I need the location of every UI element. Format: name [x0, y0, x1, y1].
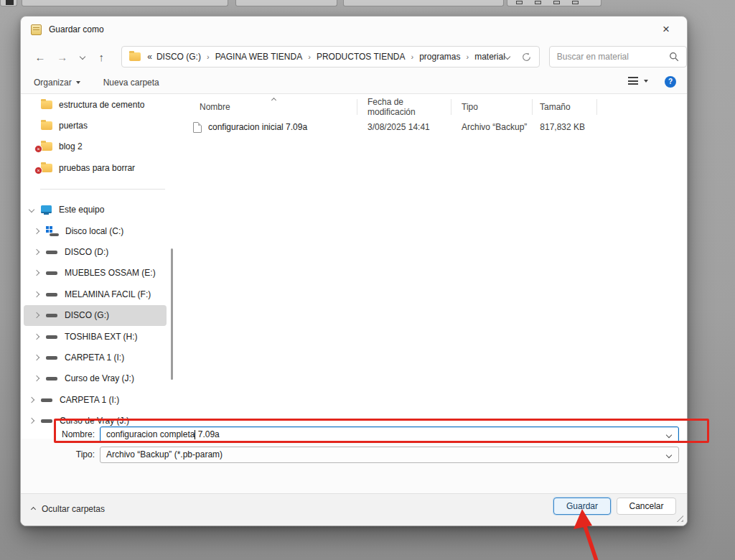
file-name-cell: configuracion inicial 7.09a: [177, 122, 357, 133]
organize-menu[interactable]: Organizar: [34, 78, 80, 88]
sort-ascending-icon[interactable]: [272, 94, 276, 104]
new-folder-button[interactable]: Nueva carpeta: [103, 78, 159, 88]
sidebar-scrollbar[interactable]: [171, 248, 173, 380]
forward-button[interactable]: →: [56, 51, 69, 63]
resize-grip[interactable]: [676, 515, 683, 522]
dropdown-triangle-icon: [76, 81, 80, 84]
sidebar-item[interactable]: CARPETA 1 (I:): [21, 347, 175, 368]
breadcrumb-item[interactable]: PAGINA WEB TIENDA: [215, 52, 303, 62]
sidebar-item[interactable]: MELAMINA FACIL (F:): [21, 284, 175, 304]
sidebar-folder-label: puertas: [59, 121, 88, 131]
chevron-right-icon[interactable]: [34, 228, 39, 233]
file-name-value: configuracion completa: [106, 429, 195, 439]
sidebar-item[interactable]: TOSHIBA EXT (H:): [21, 326, 175, 347]
dialog-title: Guardar como: [49, 24, 104, 34]
breadcrumb-item[interactable]: PRODUCTOS TIENDA: [317, 52, 406, 62]
column-header[interactable]: Tipo: [451, 99, 533, 115]
breadcrumb-item[interactable]: material: [474, 52, 505, 62]
column-header[interactable]: Nombre: [177, 99, 357, 115]
search-icon[interactable]: [669, 52, 679, 62]
chevron-down-icon[interactable]: [29, 207, 34, 213]
sidebar-item[interactable]: Curso de Vray (J:): [21, 368, 175, 389]
chevron-right-icon[interactable]: [34, 249, 39, 255]
help-icon[interactable]: ?: [665, 76, 676, 88]
back-button[interactable]: ←: [34, 51, 47, 63]
chevron-right-icon[interactable]: [34, 355, 39, 360]
folder-icon: [129, 52, 141, 61]
dialog-body: estructura de cementopuertas×blog 2×prue…: [21, 94, 687, 439]
column-header[interactable]: Tamaño: [533, 99, 597, 115]
file-size-cell: 817,832 KB: [533, 122, 597, 132]
view-options-button[interactable]: [628, 77, 648, 85]
sidebar-folder-label: blog 2: [59, 141, 83, 151]
sidebar-item-label: Curso de Vray (J:): [65, 373, 134, 383]
organize-label: Organizar: [34, 78, 72, 88]
column-header[interactable]: Fecha de modificación: [357, 99, 451, 115]
drive-icon: [41, 396, 53, 404]
sidebar-item[interactable]: Este equipo: [21, 200, 175, 220]
chevron-down-icon: [79, 54, 85, 60]
chevron-right-icon[interactable]: [34, 375, 39, 381]
drive-icon: [46, 353, 58, 362]
sidebar-folder-item[interactable]: ×blog 2: [21, 136, 175, 157]
navigation-pane: estructura de cementopuertas×blog 2×prue…: [21, 94, 175, 439]
sidebar-folder-item[interactable]: estructura de cemento: [21, 94, 175, 115]
breadcrumb-separator: ›: [207, 52, 210, 61]
chevron-right-icon[interactable]: [29, 397, 34, 403]
breadcrumb-item[interactable]: DISCO (G:): [156, 52, 201, 62]
chevron-down-icon[interactable]: [666, 431, 672, 437]
app-icon: [31, 24, 42, 35]
chevron-right-icon[interactable]: [34, 333, 39, 339]
file-row[interactable]: configuracion inicial 7.09a3/08/2025 14:…: [177, 118, 687, 136]
hide-folders-toggle[interactable]: Ocultar carpetas: [32, 504, 105, 514]
recent-locations-button[interactable]: [78, 55, 87, 59]
background-window-fragment: [343, 0, 504, 6]
breadcrumb-item[interactable]: programas: [419, 52, 460, 62]
file-form: Nombre: configuracion completa 7.09a Tip…: [21, 426, 687, 466]
file-type-label: Tipo:: [21, 449, 100, 459]
file-type-value: Archivo “Backup” (*.pb-param): [106, 449, 223, 459]
breadcrumb: DISCO (G:)›PAGINA WEB TIENDA›PRODUCTOS T…: [156, 52, 505, 62]
sidebar-item[interactable]: MUEBLES OSSAM (E:): [21, 263, 175, 284]
sidebar-item-label: DISCO (G:): [65, 310, 109, 320]
folder-glyph-icon: [41, 101, 52, 109]
sidebar-item[interactable]: CARPETA 1 (I:): [21, 389, 175, 410]
folder-icon: ×: [41, 164, 52, 172]
cancel-button[interactable]: Cancelar: [617, 498, 676, 515]
drive-icon: [46, 248, 58, 256]
drive-icon: [46, 332, 58, 341]
breadcrumb-separator: ›: [411, 52, 413, 61]
up-button[interactable]: ↑: [95, 51, 108, 63]
chevron-right-icon[interactable]: [34, 291, 39, 297]
chevron-right-icon[interactable]: [34, 270, 39, 276]
refresh-icon[interactable]: [521, 52, 532, 62]
file-name-input[interactable]: configuracion completa 7.09a: [100, 426, 679, 443]
sidebar-folder-label: estructura de cemento: [59, 100, 144, 110]
title-bar: Guardar como ×: [21, 17, 687, 42]
drive-icon: [46, 269, 58, 277]
chevron-right-icon[interactable]: [29, 418, 34, 424]
sidebar-item[interactable]: Disco local (C:): [21, 220, 175, 241]
folder-icon: ×: [41, 142, 52, 151]
close-button[interactable]: ×: [652, 19, 680, 39]
address-dropdown-chevron-icon[interactable]: [505, 54, 510, 60]
chevron-right-icon[interactable]: [34, 312, 39, 318]
file-type-select[interactable]: Archivo “Backup” (*.pb-param): [100, 447, 679, 463]
sidebar-item[interactable]: DISCO (D:): [21, 241, 175, 262]
background-toolbar-icon: [535, 1, 541, 4]
computer-icon: [41, 205, 52, 215]
sidebar-item-label: MUEBLES OSSAM (E:): [65, 268, 156, 278]
sidebar-separator: [40, 189, 165, 190]
sidebar-folder-item[interactable]: puertas: [21, 115, 175, 136]
sidebar-item[interactable]: DISCO (G:): [24, 305, 167, 326]
sidebar-item-label: MELAMINA FACIL (F:): [65, 289, 151, 299]
sidebar-folder-item[interactable]: ×pruebas para borrar: [21, 157, 175, 178]
folder-icon: [41, 101, 52, 109]
command-bar: Organizar Nueva carpeta ?: [21, 71, 687, 94]
search-box[interactable]: Buscar en material: [549, 46, 687, 67]
address-bar[interactable]: « DISCO (G:)›PAGINA WEB TIENDA›PRODUCTOS…: [121, 46, 540, 67]
sidebar-item-label: DISCO (D:): [65, 247, 108, 257]
save-button[interactable]: Guardar: [553, 498, 611, 515]
breadcrumb-overflow[interactable]: «: [147, 52, 152, 62]
background-toolbar-icon: [553, 1, 560, 4]
